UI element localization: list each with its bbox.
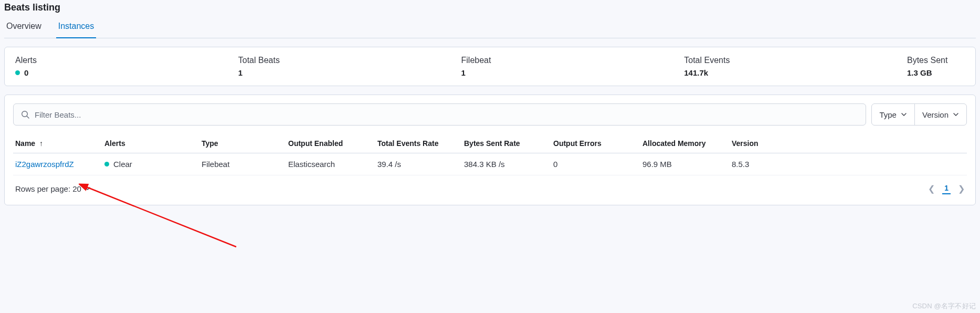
col-output-enabled[interactable]: Output Enabled — [286, 135, 375, 153]
rows-per-page-button[interactable]: Rows per page: 20 — [15, 184, 91, 193]
stat-bytes-sent: Bytes Sent 1.3 GB — [907, 56, 965, 77]
col-total-events-rate[interactable]: Total Events Rate — [375, 135, 462, 153]
beats-table: Name ↑ Alerts Type Output Enabled Total … — [13, 135, 967, 175]
cell-total-events-rate: 39.4 /s — [375, 153, 462, 175]
search-input[interactable] — [35, 110, 858, 119]
table-row: iZ2gawrzospfrdZ Clear Filebeat Elasticse… — [13, 153, 967, 175]
cell-type: Filebeat — [199, 153, 286, 175]
cell-output-enabled: Elasticsearch — [286, 153, 375, 175]
status-dot-icon — [15, 70, 20, 75]
stat-value: 0 — [24, 68, 28, 77]
tabs: Overview Instances — [4, 16, 976, 38]
col-version[interactable]: Version — [730, 135, 967, 153]
pager-prev-icon[interactable]: ❮ — [928, 184, 935, 194]
filter-type-button[interactable]: Type — [872, 104, 914, 125]
stat-label: Alerts — [15, 56, 238, 65]
content-panel: Type Version Name ↑ Alerts Type Output E… — [4, 95, 976, 205]
cell-alerts: Clear — [102, 153, 199, 175]
cell-name[interactable]: iZ2gawrzospfrdZ — [13, 153, 102, 175]
stat-total-events: Total Events 141.7k — [684, 56, 907, 77]
col-output-errors[interactable]: Output Errors — [551, 135, 640, 153]
search-icon — [21, 110, 29, 119]
col-bytes-sent-rate[interactable]: Bytes Sent Rate — [462, 135, 551, 153]
stat-value: 1 — [461, 68, 466, 77]
stat-label: Bytes Sent — [907, 56, 965, 65]
chevron-down-icon — [901, 111, 907, 118]
table-footer: Rows per page: 20 ❮ 1 ❯ — [13, 175, 967, 196]
stat-filebeat: Filebeat 1 — [461, 56, 684, 77]
svg-line-1 — [27, 116, 29, 118]
page-title: Beats listing — [4, 2, 976, 16]
stat-alerts: Alerts 0 — [15, 56, 238, 77]
rows-per-label: Rows per page: 20 — [15, 184, 81, 193]
cell-version: 8.5.3 — [730, 153, 967, 175]
tab-overview[interactable]: Overview — [4, 16, 44, 38]
cell-bytes-sent-rate: 384.3 KB /s — [462, 153, 551, 175]
stat-label: Total Beats — [238, 56, 461, 65]
sort-asc-icon: ↑ — [39, 139, 43, 148]
tab-instances[interactable]: Instances — [56, 16, 96, 38]
stat-label: Total Events — [684, 56, 907, 65]
search-wrap[interactable] — [13, 103, 866, 126]
stat-value: 1 — [238, 68, 243, 77]
stat-value: 141.7k — [684, 68, 708, 77]
cell-output-errors: 0 — [551, 153, 640, 175]
chevron-down-icon — [85, 185, 91, 192]
stat-total-beats: Total Beats 1 — [238, 56, 461, 77]
col-allocated-memory[interactable]: Allocated Memory — [640, 135, 730, 153]
pager-next-icon[interactable]: ❯ — [958, 184, 965, 194]
filter-version-button[interactable]: Version — [914, 104, 966, 125]
col-label: Name — [15, 139, 35, 148]
stats-panel: Alerts 0 Total Beats 1 Filebeat 1 Total … — [4, 47, 976, 86]
pager: ❮ 1 ❯ — [928, 183, 965, 194]
col-alerts[interactable]: Alerts — [102, 135, 199, 153]
cell-allocated-memory: 96.9 MB — [640, 153, 730, 175]
stat-label: Filebeat — [461, 56, 684, 65]
alert-text: Clear — [113, 160, 132, 169]
status-dot-icon — [104, 162, 109, 166]
col-name[interactable]: Name ↑ — [13, 135, 102, 153]
filter-label: Version — [922, 110, 949, 119]
pager-current-page[interactable]: 1 — [942, 183, 951, 194]
filter-label: Type — [879, 110, 897, 119]
col-type[interactable]: Type — [199, 135, 286, 153]
chevron-down-icon — [953, 111, 959, 118]
filter-group: Type Version — [871, 103, 967, 126]
stat-value: 1.3 GB — [907, 68, 932, 77]
toolbar: Type Version — [13, 103, 967, 126]
